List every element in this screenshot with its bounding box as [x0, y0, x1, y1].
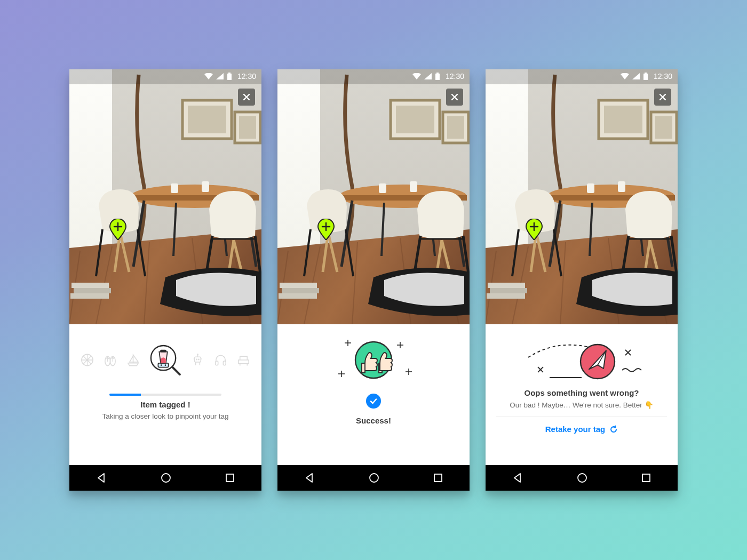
- phone-screen-success: 12:30: [277, 69, 470, 491]
- retake-button[interactable]: Retake your tag: [496, 417, 667, 434]
- signal-icon: [632, 73, 640, 79]
- success-illustration: [288, 336, 459, 384]
- headphones-icon: [213, 353, 228, 367]
- svg-rect-64: [396, 106, 434, 133]
- progress-bar-fill: [109, 394, 141, 396]
- sandals-icon: [103, 353, 117, 367]
- nav-home-button[interactable]: [576, 472, 588, 484]
- nav-home-button[interactable]: [368, 472, 380, 484]
- photo-viewport: [69, 69, 261, 324]
- svg-point-99: [370, 474, 378, 482]
- svg-rect-19: [171, 183, 178, 193]
- svg-line-40: [173, 367, 180, 375]
- point-down-emoji-icon: 👇: [645, 401, 654, 409]
- svg-rect-51: [223, 361, 226, 365]
- svg-rect-121: [618, 181, 625, 192]
- svg-point-44: [165, 364, 166, 366]
- success-title: Success!: [356, 416, 391, 425]
- nav-home-button[interactable]: [160, 472, 172, 484]
- android-navbar: [277, 465, 470, 491]
- armchair-icon: [236, 353, 251, 367]
- svg-rect-131: [488, 283, 525, 288]
- svg-rect-111: [604, 106, 642, 133]
- nav-recent-button[interactable]: [433, 473, 443, 483]
- progress-bar: [109, 394, 221, 396]
- status-time: 12:30: [237, 72, 256, 81]
- battery-icon: [435, 73, 440, 80]
- thumbs-up-icon: [320, 333, 427, 387]
- svg-rect-10: [188, 106, 226, 133]
- svg-rect-132: [490, 288, 527, 293]
- svg-rect-31: [74, 288, 111, 293]
- loading-title: Item tagged !: [140, 400, 190, 409]
- tag-pin[interactable]: [109, 219, 127, 240]
- battery-icon: [643, 73, 648, 80]
- svg-rect-66: [447, 116, 464, 139]
- status-time: 12:30: [446, 72, 464, 81]
- svg-rect-120: [587, 183, 594, 193]
- loading-subtitle: Taking a closer look to pinpoint your ta…: [102, 412, 228, 420]
- signal-icon: [424, 73, 432, 79]
- success-check-badge: [366, 394, 381, 409]
- svg-point-143: [578, 474, 586, 482]
- wifi-icon: [204, 73, 213, 79]
- svg-rect-50: [216, 361, 218, 365]
- room-photo: [277, 69, 470, 324]
- retake-label: Retake your tag: [545, 425, 606, 434]
- wifi-icon: [412, 73, 421, 79]
- svg-rect-53: [226, 474, 234, 482]
- svg-point-43: [161, 364, 162, 366]
- svg-point-47: [198, 359, 200, 361]
- nav-recent-button[interactable]: [641, 473, 651, 483]
- check-icon: [369, 397, 378, 405]
- nav-back-button[interactable]: [304, 472, 315, 484]
- success-panel: Success!: [277, 324, 470, 465]
- refresh-icon: [609, 425, 618, 434]
- wifi-icon: [621, 73, 629, 79]
- close-button[interactable]: [238, 89, 255, 106]
- close-button[interactable]: [446, 89, 463, 106]
- svg-point-49: [197, 354, 198, 355]
- room-photo: [486, 69, 678, 324]
- error-panel: Oops something went wrong? Our bad ! May…: [486, 324, 678, 465]
- close-icon: [242, 93, 251, 101]
- svg-rect-74: [410, 181, 417, 192]
- room-photo: [69, 69, 261, 324]
- status-bar: 12:30: [69, 69, 261, 83]
- svg-rect-12: [239, 116, 256, 139]
- svg-rect-144: [642, 474, 650, 482]
- svg-rect-102: [645, 73, 647, 74]
- category-icon-row: [80, 336, 251, 384]
- svg-rect-113: [655, 116, 672, 139]
- photo-viewport: [277, 69, 470, 324]
- svg-rect-42: [160, 350, 166, 353]
- error-subtitle-text: Our bad ! Maybe… We're not sure. Better: [510, 401, 642, 409]
- svg-point-46: [196, 359, 197, 361]
- svg-rect-32: [70, 293, 109, 299]
- svg-rect-54: [435, 74, 440, 80]
- tag-pin-icon: [317, 219, 335, 240]
- loading-panel: Item tagged ! Taking a closer look to pi…: [69, 324, 261, 465]
- svg-rect-101: [643, 74, 648, 80]
- tag-pin[interactable]: [525, 219, 543, 240]
- svg-point-52: [162, 474, 170, 482]
- svg-rect-55: [436, 73, 439, 74]
- close-icon: [658, 93, 667, 101]
- error-illustration: [496, 336, 667, 384]
- svg-rect-84: [280, 283, 317, 288]
- phone-screen-error: 12:30: [486, 69, 678, 491]
- tag-pin-icon: [525, 219, 543, 240]
- tag-pin[interactable]: [317, 219, 335, 240]
- svg-rect-86: [279, 293, 317, 299]
- tag-pin-icon: [109, 219, 127, 240]
- nav-recent-button[interactable]: [225, 473, 235, 483]
- android-navbar: [69, 465, 261, 491]
- basketball-icon: [80, 353, 94, 367]
- svg-rect-41: [158, 363, 168, 367]
- nav-back-button[interactable]: [96, 472, 107, 484]
- svg-rect-1: [228, 73, 231, 74]
- close-button[interactable]: [654, 89, 671, 106]
- svg-rect-0: [227, 74, 232, 80]
- close-icon: [450, 93, 459, 101]
- nav-back-button[interactable]: [512, 472, 523, 484]
